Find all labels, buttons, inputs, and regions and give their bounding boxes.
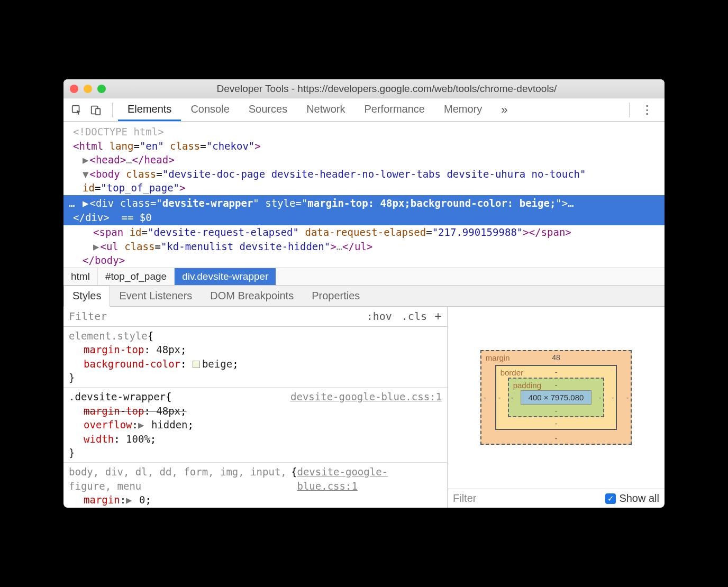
tab-elements[interactable]: Elements <box>118 98 181 121</box>
equals-dollar-zero: == $0 <box>122 212 152 223</box>
dom-breadcrumb: html #top_of_page div.devsite-wrapper <box>63 268 665 286</box>
color-swatch-icon[interactable] <box>193 361 200 368</box>
checkbox-checked-icon[interactable]: ✓ <box>605 493 616 504</box>
minimize-window-button[interactable] <box>84 85 92 93</box>
panel-tabs: Elements Console Sources Network Perform… <box>118 98 492 121</box>
tab-memory[interactable]: Memory <box>434 98 492 121</box>
device-toggle-icon[interactable] <box>88 102 104 118</box>
border-label: border <box>501 368 523 377</box>
computed-pane: margin 48 - - - border - - - - padding <box>448 307 665 508</box>
padding-label: padding <box>513 381 541 390</box>
ul-node[interactable]: ▶<ul class="kd-menulist devsite-hidden">… <box>63 240 665 254</box>
margin-right-value[interactable]: - <box>626 393 629 402</box>
tab-performance[interactable]: Performance <box>355 98 435 121</box>
crumb-html[interactable]: html <box>63 268 98 285</box>
kebab-menu-icon[interactable]: ⋮ <box>635 103 659 117</box>
overflow-icon[interactable]: … <box>69 196 75 210</box>
margin-left-value[interactable]: - <box>484 393 486 402</box>
expand-arrow-icon[interactable]: ▶ <box>126 494 132 506</box>
body-node[interactable]: ▼<body class="devsite-doc-page devsite-h… <box>63 167 665 181</box>
tab-console[interactable]: Console <box>181 98 239 121</box>
hov-toggle[interactable]: :hov <box>367 310 392 323</box>
tab-network[interactable]: Network <box>297 98 354 121</box>
subtab-event-listeners[interactable]: Event Listeners <box>110 286 201 306</box>
window-title: Developer Tools - https://developers.goo… <box>115 83 658 95</box>
styles-computed-panel: Styles Event Listeners DOM Breakpoints P… <box>63 286 665 508</box>
content-size[interactable]: 400 × 7975.080 <box>521 390 592 405</box>
margin-label: margin <box>486 353 510 362</box>
rule-element-style[interactable]: element.style { margin-top: 48px; backgr… <box>63 327 447 388</box>
main-toolbar: Elements Console Sources Network Perform… <box>63 98 665 122</box>
crumb-body[interactable]: #top_of_page <box>98 268 175 285</box>
sidebar-tabs: Styles Event Listeners DOM Breakpoints P… <box>63 286 665 307</box>
head-node[interactable]: ▶<head>…</head> <box>63 153 665 167</box>
dom-tree[interactable]: <!DOCTYPE html> <html lang="en" class="c… <box>63 122 665 268</box>
source-link-2[interactable]: devsite-google-blue.css:1 <box>297 465 442 493</box>
rule-devsite-wrapper[interactable]: .devsite-wrapper {devsite-google-blue.cs… <box>63 388 447 463</box>
subtab-dom-breakpoints[interactable]: DOM Breakpoints <box>201 286 303 306</box>
toolbar-divider <box>112 103 113 117</box>
maximize-window-button[interactable] <box>97 85 106 93</box>
new-style-rule-icon[interactable]: + <box>434 309 442 324</box>
body-node-cont: id="top_of_page"> <box>63 181 665 195</box>
inspect-icon[interactable] <box>69 102 85 118</box>
margin-bottom-value[interactable]: - <box>555 434 558 443</box>
selected-dom-node[interactable]: … ▶<div class="devsite-wrapper" style="m… <box>63 195 665 225</box>
source-link[interactable]: devsite-google-blue.css:1 <box>290 390 442 404</box>
doctype-node[interactable]: <!DOCTYPE html> <box>73 126 164 137</box>
svg-rect-2 <box>96 108 100 115</box>
margin-top-value[interactable]: 48 <box>552 353 560 362</box>
show-all-toggle[interactable]: ✓ Show all <box>605 492 659 505</box>
rule-reset[interactable]: body, div, dl, dd, form, img, input, fig… <box>63 463 447 508</box>
body-close-node[interactable]: </body> <box>63 253 665 268</box>
more-tabs-icon[interactable]: » <box>496 103 513 117</box>
crumb-selected[interactable]: div.devsite-wrapper <box>175 268 276 285</box>
span-node[interactable]: <span id="devsite-request-elapsed" data-… <box>63 225 665 240</box>
subtab-styles[interactable]: Styles <box>63 286 110 307</box>
subtab-properties[interactable]: Properties <box>303 286 369 306</box>
cls-toggle[interactable]: .cls <box>402 310 427 323</box>
devtools-window: Developer Tools - https://developers.goo… <box>63 79 665 508</box>
computed-filter-row: Filter ✓ Show all <box>448 489 665 508</box>
close-window-button[interactable] <box>70 85 78 93</box>
styles-filter-row: Filter :hov .cls + <box>63 307 447 327</box>
html-node[interactable]: <html lang="en" class="chekov"> <box>63 139 665 153</box>
tab-sources[interactable]: Sources <box>239 98 297 121</box>
titlebar: Developer Tools - https://developers.goo… <box>63 79 665 98</box>
window-controls <box>70 85 106 93</box>
expand-arrow-icon[interactable]: ▶ <box>138 419 144 430</box>
style-rules: element.style { margin-top: 48px; backgr… <box>63 327 447 508</box>
styles-filter-input[interactable]: Filter <box>69 310 357 323</box>
toolbar-divider-right <box>629 103 630 117</box>
styles-pane: Filter :hov .cls + element.style { margi… <box>63 307 448 508</box>
computed-filter-input[interactable]: Filter <box>453 492 476 505</box>
box-model[interactable]: margin 48 - - - border - - - - padding <box>448 307 665 489</box>
